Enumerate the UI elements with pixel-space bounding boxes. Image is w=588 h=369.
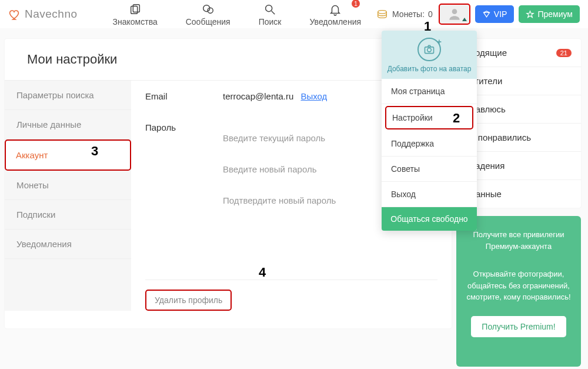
- nav-notifications[interactable]: 1 Уведомления: [310, 2, 362, 26]
- email-label: Email: [145, 91, 223, 101]
- premium-button[interactable]: Премиум: [519, 5, 580, 23]
- camera-icon: +: [417, 38, 441, 61]
- coins-value: 0: [428, 9, 433, 19]
- delete-profile-button[interactable]: Удалить профиль: [145, 290, 232, 311]
- user-dropdown: + Добавить фото на аватар Моя страница Н…: [382, 31, 477, 231]
- logout-link[interactable]: Выход: [300, 91, 327, 101]
- vip-button[interactable]: VIP: [475, 5, 514, 23]
- coins-icon: [376, 8, 389, 21]
- avatar-icon: [447, 6, 462, 22]
- settings-tabs: Параметры поиска Личные данные Аккаунт М…: [5, 81, 131, 311]
- dropdown-my-page[interactable]: Моя страница: [382, 79, 477, 104]
- plus-icon: +: [437, 37, 442, 46]
- tab-subscriptions[interactable]: Подписки: [5, 200, 131, 230]
- coins-display[interactable]: Монеты: 0: [376, 8, 433, 21]
- diamond-icon: [482, 10, 491, 19]
- svg-line-5: [272, 11, 275, 15]
- tab-coins[interactable]: Монеты: [5, 171, 131, 200]
- avatar-menu-button[interactable]: [439, 4, 470, 25]
- header: Navechno Знакомства Сообщения Поиск 1: [0, 0, 588, 28]
- dropdown-tips[interactable]: Советы: [382, 157, 477, 182]
- dropdown-logout[interactable]: Выход: [382, 182, 477, 207]
- chevron-up-icon: [462, 18, 467, 21]
- promo-line1: Получите все привилегии Премиум-аккаунта: [465, 229, 573, 252]
- svg-point-9: [427, 48, 432, 52]
- nav-dating[interactable]: Знакомства: [113, 2, 158, 26]
- dropdown-chat-free[interactable]: Общаться свободно: [382, 207, 477, 231]
- heart-rings-icon: [8, 7, 22, 21]
- password-label: Пароль: [145, 122, 223, 132]
- dropdown-add-photo[interactable]: + Добавить фото на аватар: [382, 31, 477, 79]
- chat-icon: [201, 2, 216, 17]
- tab-notifications[interactable]: Уведомления: [5, 230, 131, 259]
- logo[interactable]: Navechno: [8, 7, 78, 21]
- promo-line2: Открывайте фотографии, общайтесь без огр…: [465, 268, 573, 303]
- notif-badge: 1: [352, 0, 360, 8]
- dropdown-settings[interactable]: Настройки: [385, 106, 473, 129]
- tab-account[interactable]: Аккаунт: [5, 139, 131, 171]
- search-icon: [262, 2, 278, 17]
- bell-icon: [328, 2, 343, 17]
- get-premium-button[interactable]: Получить Premium!: [471, 316, 566, 337]
- premium-promo: Получите все привилегии Премиум-аккаунта…: [456, 216, 581, 367]
- email-value: terrocap@lenta.ru: [223, 91, 293, 101]
- svg-point-4: [266, 5, 272, 12]
- main-nav: Знакомства Сообщения Поиск 1 Уведомления: [113, 2, 361, 26]
- coins-label: Монеты:: [392, 9, 425, 19]
- cards-icon: [128, 2, 143, 17]
- dropdown-support[interactable]: Поддержка: [382, 131, 477, 157]
- tab-search-params[interactable]: Параметры поиска: [5, 81, 131, 110]
- star-icon: [526, 10, 534, 19]
- nav-messages[interactable]: Сообщения: [186, 2, 230, 26]
- svg-rect-1: [133, 5, 139, 12]
- nav-search[interactable]: Поиск: [259, 2, 282, 26]
- brand-text: Navechno: [25, 8, 78, 21]
- svg-point-6: [378, 11, 387, 14]
- incoming-count: 21: [556, 49, 572, 57]
- svg-point-7: [452, 9, 457, 14]
- svg-rect-0: [131, 6, 137, 14]
- tab-personal[interactable]: Личные данные: [5, 110, 131, 139]
